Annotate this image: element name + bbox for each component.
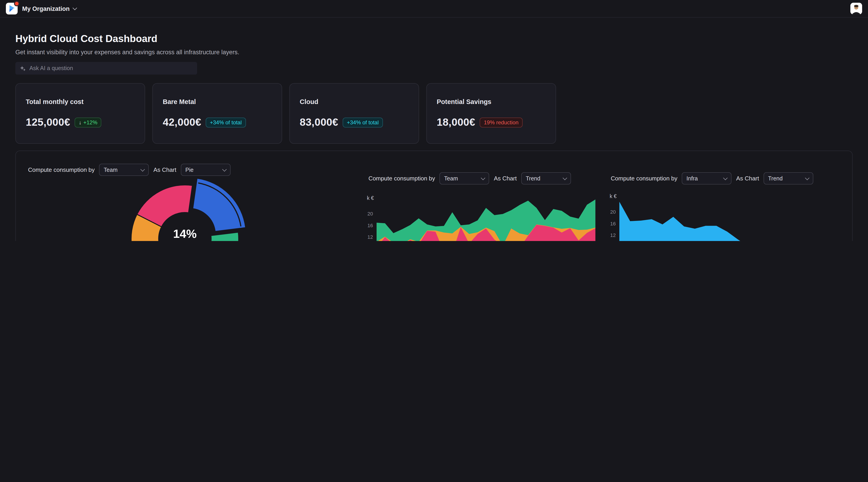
main-content: Hybrid Cloud Cost Dashboard Get instant …: [0, 33, 868, 241]
infra-trend-controls: Compute consumption by Infra As Chart Tr…: [611, 172, 813, 184]
y-tick-label: 16: [610, 221, 616, 227]
stat-label: Cloud: [300, 98, 409, 106]
ask-ai-input[interactable]: Ask AI a question: [16, 62, 197, 74]
stat-card-bare-metal: Bare Metal 42,000€ +34% of total: [152, 83, 282, 144]
stat-value: 42,000€: [163, 116, 202, 128]
select-value: Pie: [185, 167, 193, 173]
stat-card-total-monthly-cost: Total monthly cost 125,000€ ↓+12%: [16, 83, 145, 144]
pie-chart-type-select[interactable]: Pie: [181, 164, 230, 176]
pie-group-by-select[interactable]: Team: [99, 164, 149, 176]
select-value: Infra: [686, 175, 698, 182]
status-badge: +34% of total: [343, 117, 383, 127]
y-tick-label: 16: [368, 223, 373, 228]
stat-value: 83,000€: [300, 116, 338, 128]
chevron-down-icon: [222, 167, 227, 172]
infra-trend-group-by-select[interactable]: Infra: [682, 172, 732, 184]
status-badge: ↓+12%: [75, 117, 101, 127]
user-avatar[interactable]: [850, 3, 862, 14]
y-axis-unit: k €: [610, 193, 617, 199]
as-chart-label: As Chart: [494, 175, 517, 182]
chevron-down-icon[interactable]: [72, 5, 77, 10]
ask-ai-placeholder: Ask AI a question: [29, 65, 73, 71]
pie-center-value: 14%: [158, 227, 212, 241]
controls-label: Compute consumption by: [611, 175, 677, 182]
select-value: Team: [104, 167, 118, 173]
chevron-down-icon: [141, 167, 145, 172]
stat-value: 18,000€: [437, 116, 475, 128]
area-series-business-app-team: [377, 225, 595, 241]
charts-panel: 0 048121620k €1 Nov2 Nov3 Nov4 Nov5 Nov6…: [16, 151, 852, 241]
pie-slice-ai-team[interactable]: [193, 178, 246, 231]
team-trend-group-by-select[interactable]: Team: [440, 172, 489, 184]
page-subtitle: Get instant visibility into your expense…: [16, 49, 852, 56]
controls-label: Compute consumption by: [28, 167, 95, 173]
chevron-down-icon: [481, 176, 486, 180]
pie-slice-frontend-team[interactable]: [189, 232, 239, 241]
status-badge: +34% of total: [206, 117, 246, 127]
arrow-down-icon: ↓: [79, 119, 82, 125]
notification-dot: [14, 1, 20, 6]
avatar-image: [850, 3, 862, 14]
chevron-down-icon: [723, 176, 728, 180]
infra-trend-chart-type-select[interactable]: Trend: [764, 172, 813, 184]
chevron-down-icon: [805, 176, 809, 180]
chevron-down-icon: [563, 176, 567, 180]
pie-center-label: 14% AI Team: [158, 227, 212, 241]
controls-label: Compute consumption by: [368, 175, 435, 182]
y-tick-label: 12: [610, 233, 616, 238]
area-series-cloud: [619, 202, 835, 241]
stat-label: Bare Metal: [163, 98, 272, 106]
app-logo[interactable]: [6, 3, 18, 14]
select-value: Trend: [526, 175, 540, 182]
area-series-mobile-team: [377, 224, 595, 241]
stat-card-potential-savings: Potential Savings 18,000€ 19% reduction: [426, 83, 556, 144]
y-tick-label: 12: [368, 234, 373, 240]
app-root: My Organization Hybrid Cloud Cost Dashbo…: [0, 0, 868, 241]
stat-cards-row: Total monthly cost 125,000€ ↓+12% Bare M…: [16, 83, 852, 144]
top-bar: My Organization: [0, 0, 868, 18]
y-tick-label: 20: [368, 211, 373, 217]
team-trend-controls: Compute consumption by Team As Chart Tre…: [368, 172, 571, 184]
as-chart-label: As Chart: [153, 167, 176, 173]
select-value: Team: [444, 175, 458, 182]
select-value: Trend: [768, 175, 782, 182]
org-switcher[interactable]: My Organization: [22, 5, 70, 12]
stat-card-cloud: Cloud 83,000€ +34% of total: [289, 83, 419, 144]
stat-label: Total monthly cost: [26, 98, 135, 106]
area-series-frontend-team: [377, 200, 595, 241]
status-badge: 19% reduction: [480, 117, 523, 127]
ai-sparkles-icon: [20, 65, 26, 71]
stat-label: Potential Savings: [437, 98, 546, 106]
as-chart-label: As Chart: [736, 175, 759, 182]
page-title: Hybrid Cloud Cost Dashboard: [16, 33, 852, 45]
team-trend-chart-type-select[interactable]: Trend: [521, 172, 571, 184]
stat-value: 125,000€: [26, 116, 70, 128]
y-tick-label: 20: [610, 209, 616, 215]
y-axis-unit: k €: [367, 195, 374, 201]
pie-chart-controls: Compute consumption by Team As Chart Pie: [28, 164, 230, 176]
